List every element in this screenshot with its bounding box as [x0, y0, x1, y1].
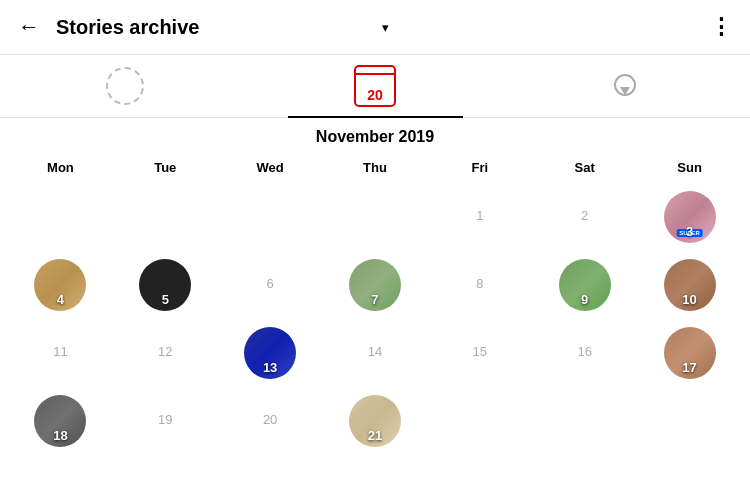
day-14: 14 — [323, 319, 428, 387]
day-header-sat: Sat — [532, 156, 637, 183]
empty-cell — [113, 183, 218, 251]
empty-cell — [8, 183, 113, 251]
circle-icon — [106, 67, 144, 105]
story-circle-10[interactable]: 10 — [664, 259, 716, 311]
day-7[interactable]: 7 — [323, 251, 428, 319]
more-options-button[interactable]: ⋮ — [710, 14, 732, 40]
story-circle-18[interactable]: 18 — [34, 395, 86, 447]
day-number: 1 — [476, 208, 483, 223]
day-2: 2 — [532, 183, 637, 251]
back-button[interactable]: ← — [18, 14, 40, 40]
day-10[interactable]: 10 — [637, 251, 742, 319]
location-icon — [611, 72, 639, 100]
day-number: 14 — [368, 344, 382, 359]
day-header-tue: Tue — [113, 156, 218, 183]
story-circle-4[interactable]: 4 — [34, 259, 86, 311]
day-17[interactable]: 17 — [637, 319, 742, 387]
calendar-grid: Mon Tue Wed Thu Fri Sat Sun 1 2 3 4 — [0, 156, 750, 455]
day-number: 8 — [476, 276, 483, 291]
day-12: 12 — [113, 319, 218, 387]
day-number-overlay: 7 — [371, 292, 378, 307]
calendar-icon: 20 — [354, 65, 396, 107]
day-15: 15 — [427, 319, 532, 387]
tabs-bar: 20 — [0, 55, 750, 118]
day-number-overlay: 3 — [686, 224, 693, 239]
page-title: Stories archive — [56, 16, 378, 39]
empty-cell — [218, 183, 323, 251]
day-number: 16 — [577, 344, 591, 359]
day-3[interactable]: 3 — [637, 183, 742, 251]
day-header-mon: Mon — [8, 156, 113, 183]
day-21[interactable]: 21 — [323, 387, 428, 455]
calendar-section: November 2019 Mon Tue Wed Thu Fri Sat Su… — [0, 118, 750, 465]
day-18[interactable]: 18 — [8, 387, 113, 455]
day-number-overlay: 18 — [53, 428, 67, 443]
story-circle-3[interactable]: 3 — [664, 191, 716, 243]
day-number-overlay: 17 — [682, 360, 696, 375]
day-number: 19 — [158, 412, 172, 427]
story-circle-21[interactable]: 21 — [349, 395, 401, 447]
day-number-overlay: 21 — [368, 428, 382, 443]
calendar-number: 20 — [367, 88, 383, 102]
story-circle-13[interactable]: 13 — [244, 327, 296, 379]
day-number: 20 — [263, 412, 277, 427]
day-19: 19 — [113, 387, 218, 455]
day-9[interactable]: 9 — [532, 251, 637, 319]
day-20: 20 — [218, 387, 323, 455]
day-number: 11 — [53, 344, 67, 359]
tab-circle[interactable] — [0, 67, 250, 115]
day-number-overlay: 5 — [162, 292, 169, 307]
day-header-sun: Sun — [637, 156, 742, 183]
day-header-fri: Fri — [427, 156, 532, 183]
dropdown-button[interactable]: ▾ — [382, 20, 389, 35]
day-13[interactable]: 13 — [218, 319, 323, 387]
day-number: 6 — [267, 276, 274, 291]
day-4[interactable]: 4 — [8, 251, 113, 319]
day-header-thu: Thu — [323, 156, 428, 183]
day-1: 1 — [427, 183, 532, 251]
empty-cell — [323, 183, 428, 251]
story-circle-17[interactable]: 17 — [664, 327, 716, 379]
day-number-overlay: 10 — [682, 292, 696, 307]
day-number: 12 — [158, 344, 172, 359]
day-number-overlay: 9 — [581, 292, 588, 307]
day-16: 16 — [532, 319, 637, 387]
tab-calendar[interactable]: 20 — [250, 65, 500, 117]
story-circle-9[interactable]: 9 — [559, 259, 611, 311]
day-number-overlay: 13 — [263, 360, 277, 375]
day-11: 11 — [8, 319, 113, 387]
story-circle-7[interactable]: 7 — [349, 259, 401, 311]
day-header-wed: Wed — [218, 156, 323, 183]
day-8: 8 — [427, 251, 532, 319]
day-number-overlay: 4 — [57, 292, 64, 307]
day-number: 2 — [581, 208, 588, 223]
day-5[interactable]: 5 — [113, 251, 218, 319]
story-circle-5[interactable]: 5 — [139, 259, 191, 311]
header: ← Stories archive ▾ ⋮ — [0, 0, 750, 55]
tab-location[interactable] — [500, 72, 750, 110]
day-number: 15 — [473, 344, 487, 359]
day-6: 6 — [218, 251, 323, 319]
month-title: November 2019 — [0, 128, 750, 146]
pin-shape — [615, 74, 635, 98]
